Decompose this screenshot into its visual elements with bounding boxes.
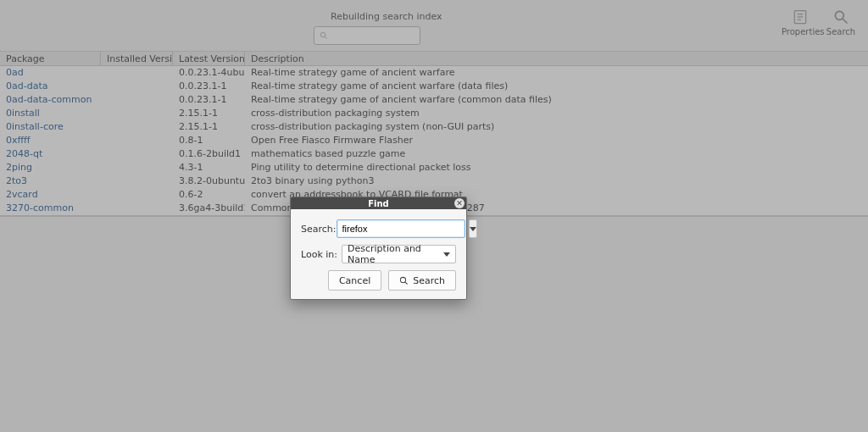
lookin-value: Description and Name	[348, 243, 443, 265]
chevron-down-icon	[470, 227, 476, 231]
svg-point-8	[401, 277, 406, 282]
chevron-down-icon	[443, 252, 450, 257]
find-dialog: Find ✕ Search: Look in: Description and …	[290, 197, 467, 300]
dialog-title: Find	[368, 199, 389, 208]
svg-line-9	[405, 281, 408, 284]
search-history-button[interactable]	[469, 219, 477, 238]
dialog-search-button[interactable]: Search	[388, 270, 456, 291]
cancel-button[interactable]: Cancel	[328, 270, 381, 291]
search-icon	[399, 276, 409, 285]
lookin-field-label: Look in:	[301, 249, 342, 260]
search-field[interactable]	[337, 219, 465, 238]
close-icon: ✕	[456, 200, 463, 208]
cancel-label: Cancel	[339, 275, 370, 286]
lookin-select[interactable]: Description and Name	[342, 245, 456, 263]
close-button[interactable]: ✕	[454, 198, 465, 208]
dialog-titlebar[interactable]: Find ✕	[291, 197, 466, 209]
search-label: Search	[413, 275, 445, 286]
search-field-label: Search:	[301, 224, 337, 235]
